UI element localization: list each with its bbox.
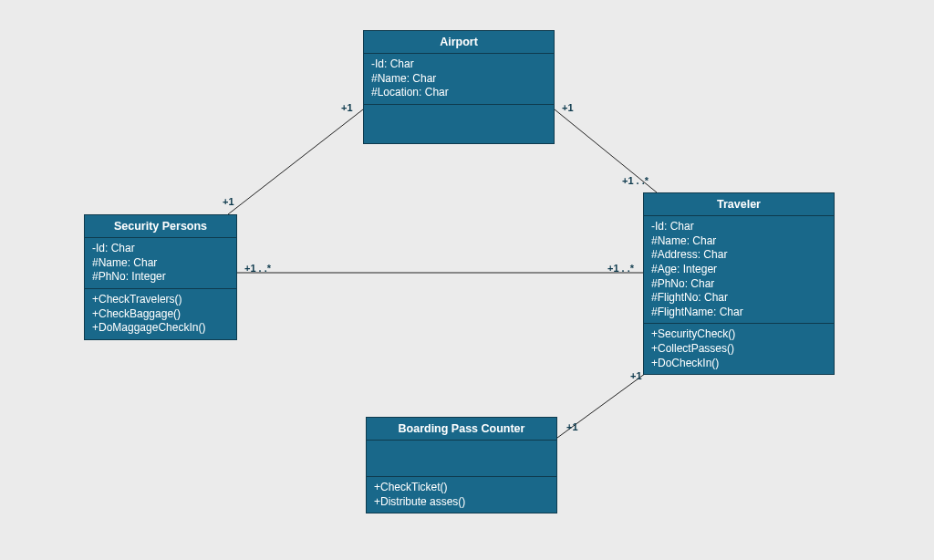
class-traveler-title: Traveler [644,193,834,216]
method-row: +CheckBaggage() [92,307,229,322]
attr-row: -Id: Char [651,220,826,234]
attr-row: #PhNo: Integer [92,270,229,285]
attr-row: #Name: Char [371,72,546,87]
method-row: +CheckTicket() [374,481,549,495]
attr-row: -Id: Char [92,242,229,256]
mult-airport-traveler-top: +1 [562,102,574,113]
attr-row: #FlightNo: Char [651,291,826,306]
class-boarding-pass-counter: Boarding Pass Counter +CheckTicket() +Di… [366,417,557,513]
attr-row: #Location: Char [371,86,546,100]
class-security-methods: +CheckTravelers() +CheckBaggage() +DoMag… [85,289,236,339]
class-traveler: Traveler -Id: Char #Name: Char #Address:… [643,192,835,375]
attr-row: #Age: Integer [651,263,826,277]
class-traveler-attrs: -Id: Char #Name: Char #Address: Char #Ag… [644,216,834,324]
mult-airport-security-bot: +1 [223,196,234,207]
class-traveler-methods: +SecurityCheck() +CollectPasses() +DoChe… [644,324,834,374]
attr-row: #Name: Char [651,234,826,249]
class-airport: Airport -Id: Char #Name: Char #Location:… [363,30,555,144]
method-row: +DoMaggageCheckIn() [92,321,229,336]
class-boarding-attrs [367,441,556,477]
class-airport-title: Airport [364,31,554,54]
mult-airport-traveler-bot: +1 . .* [622,175,649,186]
mult-airport-security-top: +1 [341,102,353,113]
class-boarding-methods: +CheckTicket() +Distribute asses() [367,477,556,513]
mult-security-traveler-right: +1 . .* [607,263,634,274]
method-row: +DoCheckIn() [651,357,826,371]
attr-row: #FlightName: Char [651,306,826,320]
method-row: +Distribute asses() [374,495,549,510]
class-airport-attrs: -Id: Char #Name: Char #Location: Char [364,54,554,105]
svg-line-0 [228,109,363,214]
mult-traveler-boarding-top: +1 [630,370,642,381]
attr-row: #Name: Char [92,256,229,271]
mult-security-traveler-left: +1 . .* [244,263,271,274]
class-security-attrs: -Id: Char #Name: Char #PhNo: Integer [85,238,236,289]
method-row: +CollectPasses() [651,342,826,357]
method-row: +SecurityCheck() [651,327,826,342]
method-row: +CheckTravelers() [92,293,229,307]
attr-row: -Id: Char [371,57,546,72]
attr-row: #PhNo: Char [651,277,826,292]
mult-traveler-boarding-bot: +1 [566,421,578,432]
attr-row: #Address: Char [651,248,826,263]
class-airport-methods [364,105,554,143]
class-security-persons: Security Persons -Id: Char #Name: Char #… [84,214,237,340]
uml-diagram-canvas: Airport -Id: Char #Name: Char #Location:… [0,0,934,560]
class-boarding-title: Boarding Pass Counter [367,418,556,441]
class-security-title: Security Persons [85,215,236,238]
